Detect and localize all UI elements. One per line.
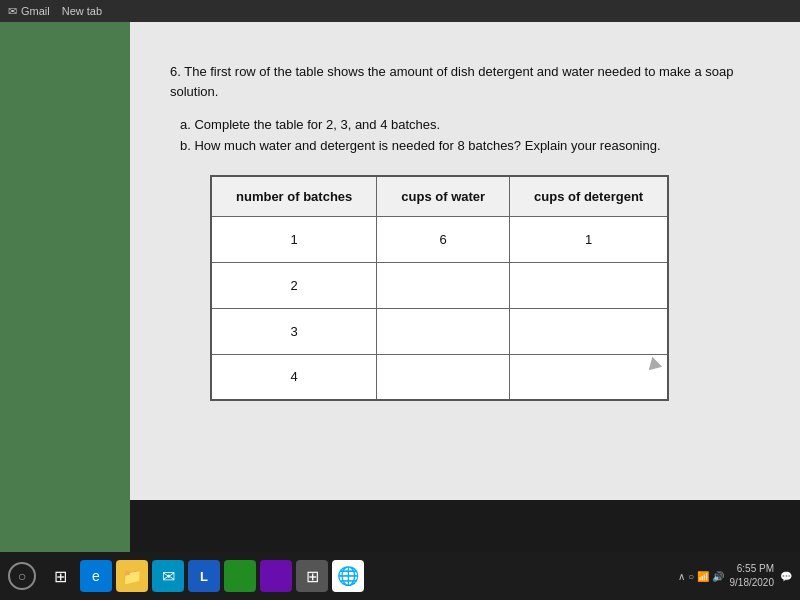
cell-detergent-1 bbox=[510, 262, 669, 308]
word-icon[interactable]: L bbox=[188, 560, 220, 592]
part-b: b. How much water and detergent is neede… bbox=[180, 136, 760, 157]
clock-date: 9/18/2020 bbox=[730, 576, 775, 590]
browser-top-bar: ✉ Gmail New tab bbox=[0, 0, 800, 22]
table-header-row: number of batches cups of water cups of … bbox=[211, 176, 668, 217]
new-tab-label: New tab bbox=[62, 5, 102, 17]
cell-batches-1: 2 bbox=[211, 262, 377, 308]
col-header-detergent: cups of detergent bbox=[510, 176, 669, 217]
cell-water-1 bbox=[377, 262, 510, 308]
mail-icon[interactable]: ✉ bbox=[152, 560, 184, 592]
question-number: 6. bbox=[170, 64, 181, 79]
notification-icon[interactable]: 💬 bbox=[780, 571, 792, 582]
gmail-tab[interactable]: ✉ Gmail bbox=[8, 5, 50, 18]
cell-water-3 bbox=[377, 354, 510, 400]
cell-batches-3: 4 bbox=[211, 354, 377, 400]
table-row: 2 bbox=[211, 262, 668, 308]
data-table: number of batches cups of water cups of … bbox=[210, 175, 669, 402]
grid-app-icon[interactable]: ⊞ bbox=[296, 560, 328, 592]
taskbar-right: ∧ ○ 📶 🔊 6:55 PM 9/18/2020 💬 bbox=[678, 562, 792, 590]
question-intro: 6. The first row of the table shows the … bbox=[170, 62, 760, 101]
table-row: 3 bbox=[211, 308, 668, 354]
clock-time: 6:55 PM bbox=[730, 562, 775, 576]
cell-detergent-2 bbox=[510, 308, 669, 354]
system-tray: ∧ ○ 📶 🔊 bbox=[678, 571, 723, 582]
clock: 6:55 PM 9/18/2020 bbox=[730, 562, 775, 590]
cell-batches-2: 3 bbox=[211, 308, 377, 354]
taskbar: ○ ⊞ e 📁 ✉ L ⊞ 🌐 ∧ ○ 📶 🔊 6:55 PM 9/18/202… bbox=[0, 552, 800, 600]
table-row: 161 bbox=[211, 216, 668, 262]
chrome-icon[interactable]: 🌐 bbox=[332, 560, 364, 592]
file-explorer-icon[interactable]: 📁 bbox=[116, 560, 148, 592]
cell-water-0: 6 bbox=[377, 216, 510, 262]
new-tab[interactable]: New tab bbox=[62, 5, 102, 17]
purple-app-icon[interactable] bbox=[260, 560, 292, 592]
main-content: 6. The first row of the table shows the … bbox=[130, 22, 800, 500]
green-app-icon[interactable] bbox=[224, 560, 256, 592]
search-icon[interactable]: ○ bbox=[8, 562, 36, 590]
col-header-water: cups of water bbox=[377, 176, 510, 217]
cell-detergent-0: 1 bbox=[510, 216, 669, 262]
cell-detergent-3 bbox=[510, 354, 669, 400]
part-b-text: b. How much water and detergent is neede… bbox=[180, 138, 661, 153]
task-view-icon[interactable]: ⊞ bbox=[44, 560, 76, 592]
table-row: 4 bbox=[211, 354, 668, 400]
sidebar bbox=[0, 22, 130, 600]
part-a-text: a. Complete the table for 2, 3, and 4 ba… bbox=[180, 117, 440, 132]
table-container: number of batches cups of water cups of … bbox=[210, 175, 760, 402]
part-a: a. Complete the table for 2, 3, and 4 ba… bbox=[180, 115, 760, 136]
cell-water-2 bbox=[377, 308, 510, 354]
edge-browser-icon[interactable]: e bbox=[80, 560, 112, 592]
col-header-batches: number of batches bbox=[211, 176, 377, 217]
gmail-label: Gmail bbox=[21, 5, 50, 17]
gmail-icon: ✉ bbox=[8, 5, 17, 18]
question-intro-text: The first row of the table shows the amo… bbox=[170, 64, 733, 99]
cell-batches-0: 1 bbox=[211, 216, 377, 262]
